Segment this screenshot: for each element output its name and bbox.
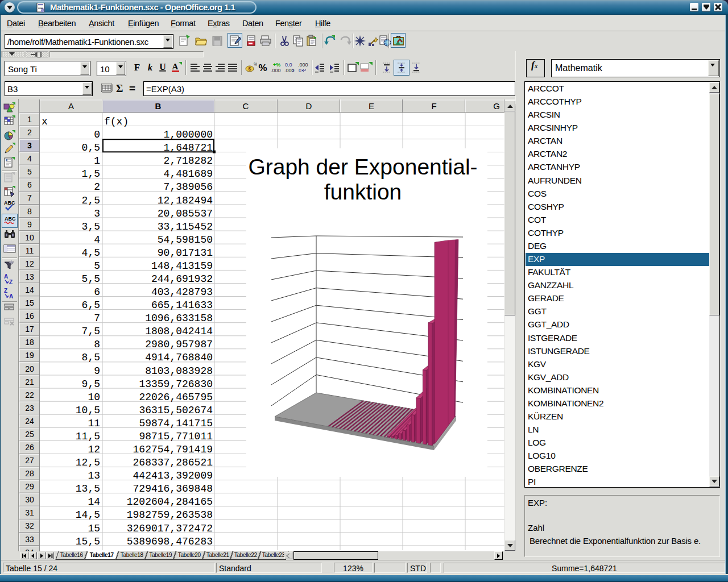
svg-text:1202604,284165: 1202604,284165 <box>127 496 213 508</box>
svg-text:442413,392009: 442413,392009 <box>133 470 213 481</box>
svg-text:13359,726830: 13359,726830 <box>139 379 213 390</box>
svg-text:19: 19 <box>25 351 34 360</box>
svg-text:ABC: ABC <box>4 200 15 206</box>
svg-text:22026,465795: 22026,465795 <box>139 392 213 403</box>
svg-text:20,085537: 20,085537 <box>158 208 213 219</box>
svg-text:403,428793: 403,428793 <box>151 286 213 298</box>
svg-text:268337,286521: 268337,286521 <box>133 457 213 468</box>
svg-text:1982759,263538: 1982759,263538 <box>127 509 213 521</box>
svg-text:18: 18 <box>25 338 34 347</box>
svg-text:F: F <box>431 101 436 111</box>
svg-text:2: 2 <box>27 128 32 137</box>
svg-text:0: 0 <box>299 68 301 73</box>
svg-text:1,000000: 1,000000 <box>164 129 213 140</box>
svg-text:729416,369848: 729416,369848 <box>133 483 213 494</box>
svg-text:%: % <box>258 63 267 73</box>
svg-text:$: $ <box>248 66 251 72</box>
svg-text:98715,771011: 98715,771011 <box>139 431 213 442</box>
svg-text:2,5: 2,5 <box>82 195 100 206</box>
svg-text:9: 9 <box>94 365 100 377</box>
svg-text:3269017,372472: 3269017,372472 <box>127 523 213 534</box>
svg-text:Z: Z <box>9 279 13 285</box>
svg-text:23: 23 <box>25 404 34 413</box>
svg-text:59874,141715: 59874,141715 <box>139 418 213 429</box>
svg-text:1: 1 <box>27 115 32 124</box>
svg-text:30: 30 <box>25 495 34 504</box>
svg-text:665,141633: 665,141633 <box>151 300 213 311</box>
svg-text:24: 24 <box>25 417 34 426</box>
svg-text:11: 11 <box>26 246 34 255</box>
svg-text:36315,502674: 36315,502674 <box>139 405 213 416</box>
svg-text:8,5: 8,5 <box>82 352 100 363</box>
svg-text:G: G <box>493 101 500 111</box>
svg-text:4,5: 4,5 <box>82 247 100 259</box>
svg-text:D: D <box>306 101 312 111</box>
svg-text:90,017131: 90,017131 <box>158 247 213 259</box>
svg-text:6,5: 6,5 <box>82 300 100 311</box>
svg-text:26: 26 <box>25 443 34 452</box>
svg-text:9,5: 9,5 <box>82 379 100 390</box>
svg-text:0,5: 0,5 <box>82 142 100 153</box>
svg-text:A: A <box>172 62 179 71</box>
svg-text:5: 5 <box>94 260 100 272</box>
svg-text:4: 4 <box>94 234 100 246</box>
svg-text:1,5: 1,5 <box>82 168 100 180</box>
svg-text:12: 12 <box>25 259 34 268</box>
svg-text:25: 25 <box>25 430 34 439</box>
svg-text:12,182494: 12,182494 <box>158 195 213 206</box>
svg-text:11: 11 <box>88 418 100 429</box>
svg-text:22: 22 <box>25 390 34 400</box>
svg-text:4914,768840: 4914,768840 <box>145 352 213 363</box>
svg-text:31: 31 <box>25 508 34 517</box>
svg-text:27: 27 <box>25 456 34 465</box>
svg-text:5389698,476283: 5389698,476283 <box>127 536 213 547</box>
svg-text:F: F <box>134 62 140 73</box>
svg-text:U: U <box>159 62 166 72</box>
svg-text:15: 15 <box>25 298 34 307</box>
svg-text:20: 20 <box>25 364 34 373</box>
svg-text:x: x <box>42 116 48 127</box>
svg-text:13: 13 <box>88 470 100 481</box>
svg-text:1: 1 <box>94 155 100 167</box>
svg-text:3: 3 <box>27 141 32 150</box>
svg-text:16: 16 <box>25 311 34 321</box>
svg-text:15: 15 <box>88 523 100 534</box>
svg-text:12,5: 12,5 <box>76 457 100 468</box>
svg-text:11,5: 11,5 <box>76 431 100 442</box>
svg-text:14: 14 <box>25 285 34 294</box>
svg-text:Graph der Exponential-: Graph der Exponential- <box>248 155 477 179</box>
svg-text:7: 7 <box>94 313 100 324</box>
svg-text:funktion: funktion <box>324 180 402 204</box>
svg-text:244,691932: 244,691932 <box>151 273 213 285</box>
svg-text:1096,633158: 1096,633158 <box>145 313 213 324</box>
svg-text:.000: .000 <box>271 68 281 73</box>
svg-text:148,413159: 148,413159 <box>151 260 213 272</box>
svg-text:E: E <box>369 101 374 111</box>
svg-text:9: 9 <box>27 220 32 229</box>
svg-text:21: 21 <box>25 377 34 386</box>
svg-text:33,115452: 33,115452 <box>158 221 213 232</box>
svg-text:0: 0 <box>94 129 100 140</box>
svg-text:2980,957987: 2980,957987 <box>145 339 213 350</box>
svg-text:13: 13 <box>25 272 34 281</box>
svg-text:k: k <box>148 63 152 72</box>
svg-text:f(x): f(x) <box>104 116 129 127</box>
svg-text:14: 14 <box>88 496 100 508</box>
svg-text:10,5: 10,5 <box>76 405 100 416</box>
svg-text:15,5: 15,5 <box>76 536 100 547</box>
svg-text:32: 32 <box>25 521 34 530</box>
svg-text:3,5: 3,5 <box>82 221 100 232</box>
svg-text:7,5: 7,5 <box>82 326 100 337</box>
svg-text:6: 6 <box>94 286 100 298</box>
svg-text:3: 3 <box>94 208 100 219</box>
svg-text:+%: +% <box>273 62 280 68</box>
svg-text:2,718282: 2,718282 <box>164 155 213 167</box>
svg-text:A: A <box>9 293 13 300</box>
svg-text:1808,042414: 1808,042414 <box>145 326 213 337</box>
svg-text:2: 2 <box>94 181 100 193</box>
svg-text:14,5: 14,5 <box>76 509 100 521</box>
svg-text:13,5: 13,5 <box>76 483 100 494</box>
svg-text:0.0: 0.0 <box>285 62 292 68</box>
svg-text:17: 17 <box>25 325 34 334</box>
svg-text:C: C <box>243 101 249 111</box>
